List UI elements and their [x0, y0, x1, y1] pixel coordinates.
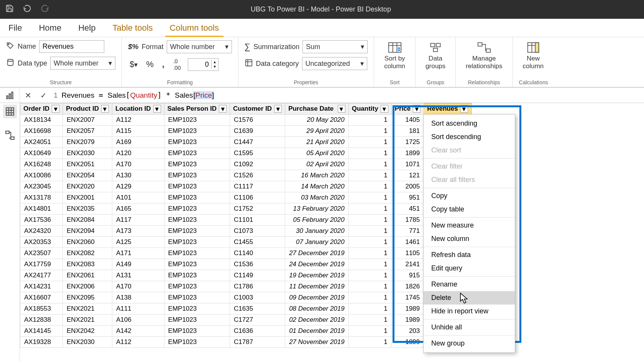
save-icon[interactable] — [5, 4, 14, 15]
manage-relationships-button[interactable]: Manage relationships — [462, 40, 506, 71]
context-menu-item[interactable]: Unhide all — [424, 321, 515, 334]
context-menu-item[interactable]: Edit query — [424, 262, 515, 275]
chevron-down-icon: ▾ — [361, 43, 364, 51]
summarization-select[interactable]: Sum▾ — [302, 40, 368, 53]
table-row[interactable]: AX20353ENX2060A125EMP1023C145507 January… — [20, 237, 472, 248]
data-grid[interactable]: Order ID▾Product ID▾Location ID▾Sales Pe… — [20, 103, 644, 362]
report-view-button[interactable] — [3, 88, 17, 102]
column-header-purchase_date[interactable]: Purchase Date▾ — [285, 103, 349, 115]
column-filter-revenues[interactable]: ▾ — [460, 105, 468, 113]
mouse-cursor — [460, 293, 468, 303]
context-menu-item[interactable]: Copy table — [424, 203, 515, 216]
menu-help[interactable]: Help — [70, 19, 104, 37]
column-filter-product_id[interactable]: ▾ — [101, 105, 109, 113]
table-row[interactable]: AX24177ENX2061A131EMP1023C114919 Decembe… — [20, 270, 472, 281]
thousands-button[interactable]: , — [161, 59, 166, 70]
new-column-button[interactable]: New column — [519, 40, 548, 71]
table-row[interactable]: AX24051ENX2079A169EMP1023C144721 April 2… — [20, 137, 472, 148]
column-header-revenues[interactable]: Revenues▾ — [424, 103, 471, 115]
column-filter-order_id[interactable]: ▾ — [52, 105, 59, 113]
redo-icon[interactable] — [41, 4, 49, 15]
column-header-customer_id[interactable]: Customer ID▾ — [230, 103, 285, 115]
context-menu-separator — [424, 319, 515, 319]
table-row[interactable]: AX19328ENX2030A112EMP1023C178727 Novembe… — [20, 337, 472, 348]
table-row[interactable]: AX16698ENX2057A115EMP1023C163929 April 2… — [20, 126, 472, 137]
format-select[interactable]: Whole number▾ — [167, 40, 232, 53]
context-menu-item[interactable]: Rename — [424, 278, 515, 291]
table-row[interactable]: AX14145ENX2042A142EMP1023C163601 Decembe… — [20, 326, 472, 337]
svg-rect-20 — [12, 92, 13, 98]
column-header-order_id[interactable]: Order ID▾ — [20, 103, 63, 115]
svg-rect-9 — [430, 43, 435, 47]
currency-button[interactable]: $▾ — [128, 59, 139, 70]
formula-commit-button[interactable]: ✓ — [38, 90, 48, 100]
menu-column-tools[interactable]: Column tools — [161, 19, 227, 37]
formula-cancel-button[interactable]: ✕ — [23, 90, 33, 100]
menu-table-tools[interactable]: Table tools — [104, 19, 161, 37]
column-filter-sales_person_id[interactable]: ▾ — [219, 105, 227, 113]
group-label-properties: Properties — [245, 78, 368, 85]
decimals-stepper[interactable]: ▲▼ — [188, 58, 219, 71]
table-row[interactable]: AX13178ENX2001A101EMP1023C110603 March 2… — [20, 192, 472, 203]
formula-text[interactable]: 1Revenues = Sales[Quantity] * Sales[Pric… — [54, 91, 214, 100]
tag-icon — [6, 41, 15, 52]
menu-file[interactable]: File — [0, 19, 30, 37]
table-row[interactable]: AX16607ENX2095A138EMP1023C100309 Decembe… — [20, 292, 472, 303]
decimals-input[interactable] — [188, 59, 211, 70]
table-row[interactable]: AX18553ENX2021A111EMP1023C163508 Decembe… — [20, 303, 472, 314]
model-view-button[interactable] — [3, 128, 17, 142]
context-menu-item[interactable]: New measure — [424, 219, 515, 232]
column-filter-price[interactable]: ▾ — [413, 105, 421, 113]
table-row[interactable]: AX18134ENX2007A112EMP1023C157620 May 202… — [20, 115, 472, 126]
group-label-calculations: Calculations — [519, 78, 548, 85]
menu-home[interactable]: Home — [30, 19, 70, 37]
context-menu-item[interactable]: Refresh data — [424, 248, 515, 262]
table-row[interactable]: AX14801ENX2035A165EMP1023C175213 Februar… — [20, 203, 472, 215]
table-row[interactable]: AX12838ENX2021A106EMP1023C172702 Decembe… — [20, 314, 472, 326]
context-menu-item[interactable]: New column — [424, 232, 515, 246]
column-context-menu: Sort ascendingSort descendingClear sortC… — [423, 114, 515, 353]
column-header-location_id[interactable]: Location ID▾ — [112, 103, 164, 115]
svg-rect-18 — [7, 96, 8, 99]
group-label-structure: Structure — [6, 78, 115, 85]
table-row[interactable]: AX17759ENX2083A149EMP1023C153624 Decembe… — [20, 259, 472, 270]
sort-by-column-button[interactable]: Sort by column — [380, 40, 409, 71]
context-menu-item[interactable]: Sort descending — [424, 130, 515, 144]
data-groups-button[interactable]: Data groups — [422, 40, 449, 71]
column-filter-quantity[interactable]: ▾ — [381, 105, 388, 113]
table-row[interactable]: AX10086ENX2054A130EMP1023C152616 March 2… — [20, 170, 472, 181]
table-row[interactable]: AX24320ENX2094A173EMP1023C107330 January… — [20, 226, 472, 237]
undo-icon[interactable] — [23, 4, 31, 15]
percent-button[interactable]: % — [145, 59, 155, 70]
context-menu-separator — [424, 335, 515, 336]
ribbon-group-structure: Name Data type Whole number▾ Structure — [0, 37, 122, 87]
column-header-price[interactable]: Price▾ — [391, 103, 424, 115]
column-filter-customer_id[interactable]: ▾ — [274, 105, 282, 113]
table-row[interactable]: AX16248ENX2051A170EMP1023C109202 April 2… — [20, 159, 472, 170]
name-input[interactable] — [39, 40, 104, 53]
context-menu-item[interactable]: Delete — [424, 291, 515, 305]
column-header-product_id[interactable]: Product ID▾ — [63, 103, 112, 115]
column-header-sales_person_id[interactable]: Sales Person ID▾ — [164, 103, 230, 115]
table-row[interactable]: AX17536ENX2084A117EMP1023C110105 Februar… — [20, 215, 472, 226]
spin-down-icon[interactable]: ▼ — [212, 64, 218, 69]
table-row[interactable]: AX14231ENX2006A170EMP1023C178611 Decembe… — [20, 281, 472, 292]
data-view-button[interactable] — [3, 105, 17, 118]
spin-up-icon[interactable]: ▲ — [212, 60, 218, 64]
data-type-select[interactable]: Whole number▾ — [50, 57, 115, 70]
column-filter-purchase_date[interactable]: ▾ — [338, 105, 345, 113]
data-category-select[interactable]: Uncategorized▾ — [302, 57, 367, 70]
context-menu-item[interactable]: Hide in report view — [424, 305, 515, 318]
column-header-quantity[interactable]: Quantity▾ — [348, 103, 391, 115]
context-menu-item[interactable]: New group — [424, 337, 515, 350]
table-row[interactable]: AX23507ENX2082A171EMP1023C114027 Decembe… — [20, 248, 472, 259]
svg-rect-26 — [6, 131, 9, 134]
chevron-down-icon: ▾ — [225, 43, 228, 51]
context-menu-item[interactable]: Copy — [424, 189, 515, 203]
context-menu-item[interactable]: Sort ascending — [424, 117, 515, 130]
table-row[interactable]: AX23045ENX2020A129EMP1023C111714 March 2… — [20, 181, 472, 192]
table-row[interactable]: AX10649ENX2030A120EMP1023C159505 April 2… — [20, 148, 472, 159]
decimal-icon[interactable]: .0.00 — [171, 57, 182, 72]
column-filter-location_id[interactable]: ▾ — [153, 105, 161, 113]
svg-rect-12 — [478, 43, 482, 46]
